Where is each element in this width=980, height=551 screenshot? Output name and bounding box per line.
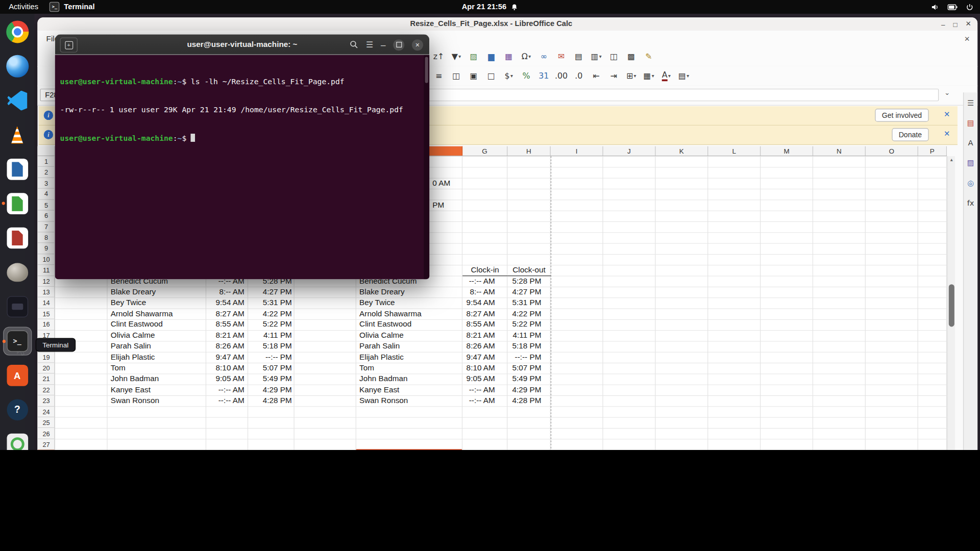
hamburger-menu-icon[interactable]: ☰ [366,40,373,49]
cell-C14[interactable]: 9:54 AM [206,297,248,308]
cell-F21[interactable]: John Badman [356,374,462,385]
cell-B23[interactable]: Swan Ronson [108,395,206,406]
merge-cells-icon[interactable]: ◫ [449,68,463,83]
cell-F20[interactable]: Tom [356,363,462,373]
increase-indent-icon[interactable]: ⇥ [606,68,621,83]
delete-decimal-icon[interactable]: .0 [571,68,586,83]
cell-C16[interactable]: 8:55 AM [206,319,248,330]
calc-title-bar[interactable]: Resize_Cells_Fit_Page.xlsx - LibreOffice… [37,17,977,31]
cell-B19[interactable]: Elijah Plastic [108,352,206,363]
column-header-I[interactable]: I [551,146,603,157]
cell-G18[interactable]: 8:26 AM [462,341,507,352]
special-character-icon[interactable]: Ω▾ [519,49,533,64]
row-header-11[interactable]: 11 [37,265,55,276]
cell-H19[interactable]: --:-- PM [507,352,550,363]
gallery-icon[interactable]: ▨ [965,158,976,169]
row-header-25[interactable]: 25 [37,417,55,428]
insert-image-icon[interactable]: ▨ [466,49,481,64]
row-header-14[interactable]: 14 [37,297,55,308]
cell-C20[interactable]: 8:10 AM [206,363,248,373]
terminal-title-bar[interactable]: + user@user-virtual-machine: ~ ☰ – ✕ [55,34,429,55]
cell-G11[interactable]: Clock-in [462,265,507,276]
cell-D18[interactable]: 5:18 PM [248,341,295,352]
headers-footers-icon[interactable]: ▤ [571,49,586,64]
search-icon[interactable] [349,40,358,49]
sidebar-menu-icon[interactable]: ☰ [965,97,976,109]
cell-B15[interactable]: Arnold Shawarma [108,309,206,319]
unmerge-cells-icon[interactable]: □ [484,68,499,83]
dock-item-impress[interactable] [3,223,32,252]
cell-B18[interactable]: Parah Salin [108,341,206,352]
cell-B13[interactable]: Blake Dreary [108,287,206,297]
cell-D16[interactable]: 5:22 PM [248,319,295,330]
cell-C21[interactable]: 9:05 AM [206,374,248,385]
cell-F16[interactable]: Clint Eastwood [356,319,462,330]
row-header-6[interactable]: 6 [37,211,55,221]
cell-F14[interactable]: Bey Twice [356,297,462,308]
column-header-N[interactable]: N [813,146,866,157]
cell-F23[interactable]: Swan Ronson [356,395,462,406]
terminal-body[interactable]: user@user-virtual-machine:~$ls -lh ~/Res… [55,55,429,280]
cell-G15[interactable]: 8:27 AM [462,309,507,319]
column-header-L[interactable]: L [708,146,761,157]
column-header-G[interactable]: G [462,146,507,157]
border-style-icon[interactable]: ▦▾ [641,68,656,83]
cell-D19[interactable]: --:-- PM [248,352,295,363]
formula-bar-expand-icon[interactable]: ⌄ [944,89,950,97]
cell-H15[interactable]: 4:22 PM [507,309,550,319]
cell-D17[interactable]: 4:11 PM [248,330,295,341]
row-header-23[interactable]: 23 [37,395,55,406]
infobar-close-icon[interactable]: ✕ [944,129,950,138]
terminal-maximize-button[interactable] [393,39,404,51]
cell-B21[interactable]: John Badman [108,374,206,385]
cell-B17[interactable]: Olivia Calme [108,330,206,341]
clock-menu[interactable]: Apr 21 21:56 [0,0,980,14]
cell-H22[interactable]: 4:29 PM [507,385,550,395]
column-header-O[interactable]: O [866,146,918,157]
activities-button[interactable]: Activities [9,3,38,11]
close-button[interactable]: ✕ [966,20,971,28]
cell-F18[interactable]: Parah Salin [356,341,462,352]
dock-item-software[interactable] [3,361,32,390]
system-status-area[interactable] [930,0,973,14]
cell-G16[interactable]: 8:55 AM [462,319,507,330]
cell-H18[interactable]: 5:18 PM [507,341,550,352]
row-header-22[interactable]: 22 [37,385,55,395]
cell-C13[interactable]: 8:-- AM [206,287,248,297]
cell-H13[interactable]: 4:27 PM [507,287,550,297]
vertical-scrollbar-thumb[interactable] [949,284,954,327]
row-header-19[interactable]: 19 [37,352,55,363]
grid-lines-icon[interactable]: ▩ [624,49,639,64]
scroll-up-icon[interactable]: ▴ [947,157,955,162]
row-header-13[interactable]: 13 [37,287,55,297]
autofilter-icon[interactable]: ▼▾ [449,49,463,64]
infobar-close-icon[interactable]: ✕ [944,110,950,119]
cell-C18[interactable]: 8:26 AM [206,341,248,352]
cell-F17[interactable]: Olivia Calme [356,330,462,341]
column-header-K[interactable]: K [655,146,708,157]
terminal-scrollbar-thumb[interactable] [425,57,428,83]
dock-item-media[interactable] [3,292,32,321]
cell-D15[interactable]: 4:22 PM [248,309,295,319]
conditional-format-icon[interactable]: ▤▾ [676,68,691,83]
currency-icon[interactable]: $▾ [501,68,516,83]
properties-icon[interactable]: ▤ [965,117,976,129]
cell-D21[interactable]: 5:49 PM [248,374,295,385]
cell-H12[interactable]: 5:28 PM [507,276,550,287]
percent-icon[interactable]: % [519,68,533,83]
merge-center-icon[interactable]: ▣ [466,68,481,83]
row-header-1[interactable]: 1 [37,156,55,167]
pivot-table-icon[interactable]: ▦ [501,49,516,64]
cell-H14[interactable]: 5:31 PM [507,297,550,308]
cell-F22[interactable]: Kanye East [356,385,462,395]
dock-item-vscode[interactable] [3,86,32,115]
cell-H20[interactable]: 5:07 PM [507,363,550,373]
row-header-21[interactable]: 21 [37,374,55,385]
cell-G13[interactable]: 8:-- AM [462,287,507,297]
cell-D22[interactable]: 4:29 PM [248,385,295,395]
styles-icon[interactable]: A [965,137,976,148]
row-header-8[interactable]: 8 [37,232,55,243]
date-format-icon[interactable]: 31 [536,68,551,83]
cell-B16[interactable]: Clint Eastwood [108,319,206,330]
row-header-27[interactable]: 27 [37,439,55,450]
